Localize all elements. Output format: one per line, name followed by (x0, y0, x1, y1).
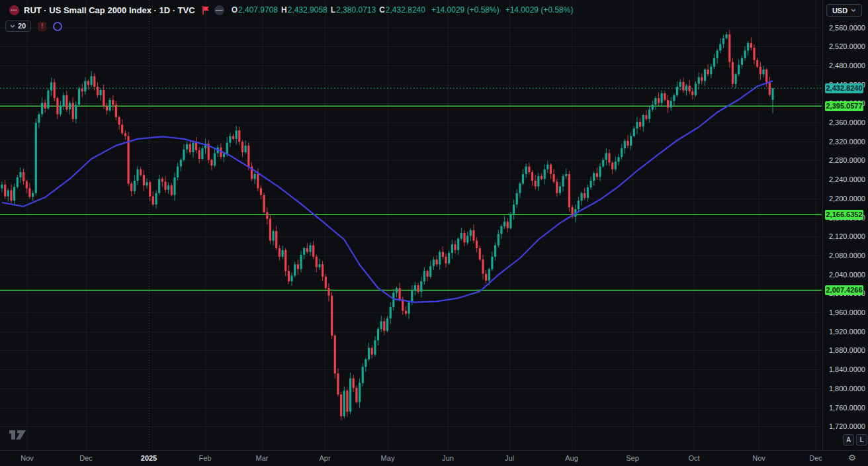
price-tick-label: 1,760.0000 (823, 404, 865, 412)
price-tick-label: 2,320.0000 (823, 138, 865, 146)
ohlc-values: O2,407.9708 H2,432.9058 L2,380.0713 C2,4… (232, 5, 425, 15)
source-menu-icon[interactable]: — (214, 5, 224, 15)
price-line-label[interactable]: 2,007.4266 (825, 285, 863, 295)
close-value: 2,432.8240 (386, 5, 425, 15)
high-label: H (281, 5, 287, 15)
time-tick-label: Feb (199, 454, 212, 462)
chevron-down-icon (10, 24, 15, 28)
price-axis[interactable]: USD A L 2,560.00002,520.00002,480.00002,… (822, 0, 868, 450)
time-tick-label: May (381, 454, 395, 462)
low-label: L (331, 5, 335, 15)
time-tick-label: Dec (809, 454, 822, 462)
price-tick-label: 2,480.0000 (823, 62, 865, 70)
price-tick-label: 2,360.0000 (823, 118, 865, 126)
price-tick-label: 2,200.0000 (823, 195, 865, 203)
settings-gear-icon[interactable]: ⚙ (848, 453, 856, 463)
time-tick-label: Sep (626, 454, 639, 462)
time-tick-label: Aug (565, 454, 578, 462)
low-value: 2,380.0713 (336, 5, 376, 15)
candlestick-chart[interactable] (0, 0, 822, 450)
price-tick-label: 1,800.0000 (823, 385, 865, 393)
price-tick-label: 1,960.0000 (823, 308, 865, 316)
price-tick-label: 2,080.0000 (823, 252, 865, 259)
last-price-label[interactable]: 2,432.8240 (825, 83, 863, 93)
price-tick-label: 2,240.0000 (823, 175, 865, 183)
time-tick-label: Oct (688, 454, 699, 462)
time-tick-label: Apr (319, 454, 330, 462)
price-tick-label: 1,720.0000 (823, 422, 865, 430)
time-tick-label: Dec (79, 454, 93, 462)
open-label: O (232, 5, 238, 15)
time-tick-label: Nov (21, 454, 34, 462)
time-tick-label: Mar (256, 454, 269, 462)
indicator-loading-icon[interactable] (53, 22, 62, 31)
flag-icon[interactable] (202, 6, 210, 15)
log-scale-button[interactable]: L (856, 434, 867, 445)
price-line-label[interactable]: 2,166.6352 (825, 210, 863, 220)
price-line-label[interactable]: 2,395.0577 (825, 101, 863, 111)
close-label: C (379, 5, 385, 15)
tradingview-logo-watermark (9, 429, 27, 441)
open-value: 2,407.9708 (238, 5, 278, 15)
price-tick-label: 2,520.0000 (823, 42, 865, 50)
price-tick-label: 1,880.0000 (823, 346, 865, 354)
chart-legend: ••• RUT · US Small Cap 2000 Index · 1D ·… (9, 3, 573, 32)
time-tick-label: 2025 (141, 454, 157, 462)
price-tick-label: 1,840.0000 (823, 365, 865, 373)
symbol-logo: ••• (9, 5, 19, 15)
price-tick-label: 2,560.0000 (823, 24, 865, 32)
high-value: 2,432.9058 (288, 5, 327, 15)
change-value-2: +14.0029 (+0.58%) (505, 5, 574, 15)
tradingview-chart-window: ••• RUT · US Small Cap 2000 Index · 1D ·… (0, 0, 868, 466)
price-tick-label: 2,280.0000 (823, 156, 865, 164)
ma-length-value: 20 (18, 22, 26, 30)
time-tick-label: Jun (442, 454, 454, 462)
price-tick-label: 1,920.0000 (823, 328, 865, 336)
symbol-title[interactable]: RUT · US Small Cap 2000 Index · 1D · TVC (24, 5, 195, 15)
ma-indicator-badge[interactable]: 20 (5, 21, 31, 32)
time-tick-label: Jul (505, 454, 514, 462)
change-value: +14.0029 (+0.58%) (431, 5, 499, 15)
time-axis[interactable]: ⚙ NovDec2025FebMarAprMayJunJulAugSepOctN… (0, 450, 868, 466)
price-tick-label: 2,120.0000 (823, 232, 865, 240)
currency-button[interactable]: USD (826, 4, 862, 17)
time-tick-label: Nov (752, 454, 765, 462)
price-tick-label: 2,040.0000 (823, 271, 865, 279)
auto-scale-button[interactable]: A (843, 434, 854, 445)
indicator-error-icon[interactable]: ! (38, 22, 46, 31)
chevron-down-icon (851, 9, 856, 12)
currency-label: USD (832, 7, 847, 15)
